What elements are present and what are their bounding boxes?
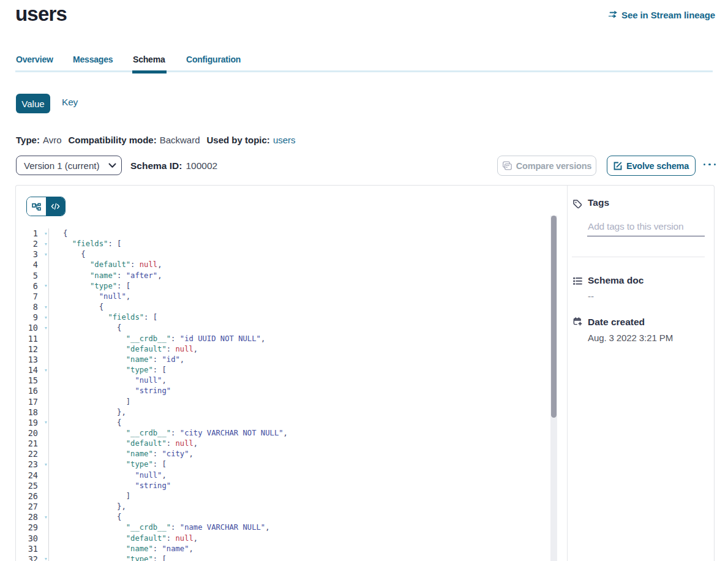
fold-spacer xyxy=(38,355,48,365)
code-text: "type": [ xyxy=(49,554,167,561)
fold-triangle xyxy=(45,285,47,287)
line-number: 3 xyxy=(16,249,38,260)
used-by-topic-link[interactable]: users xyxy=(273,135,296,145)
line-number: 32 xyxy=(16,554,38,561)
code-text: { xyxy=(49,323,122,333)
code-text: "default": null, xyxy=(49,344,198,355)
code-token: "name" xyxy=(126,450,153,458)
code-token: null xyxy=(175,439,193,448)
fold-toggle-icon[interactable] xyxy=(38,418,48,428)
code-line: 19 { xyxy=(16,418,550,428)
editor-gutter: 6 xyxy=(16,281,49,292)
tab-messages[interactable]: Messages xyxy=(73,55,113,64)
line-number: 24 xyxy=(16,470,38,481)
code-token: : xyxy=(167,439,176,448)
code-text: "__crdb__": "city VARCHAR NOT NULL", xyxy=(49,428,288,439)
code-token: : xyxy=(153,544,162,553)
editor-gutter: 32 xyxy=(16,554,49,561)
code-token: { xyxy=(63,229,67,238)
fold-spacer xyxy=(38,334,48,344)
edit-schema-icon xyxy=(614,162,622,170)
fold-triangle xyxy=(45,516,47,519)
fold-toggle-icon[interactable] xyxy=(38,312,48,323)
date-created-value: Aug. 3 2022 3:21 PM xyxy=(588,333,673,343)
editor-scrollbar-thumb[interactable] xyxy=(551,216,557,418)
code-token: "city" xyxy=(162,450,189,458)
fold-toggle-icon[interactable] xyxy=(38,281,48,292)
code-text: "fields": [ xyxy=(49,312,158,323)
fold-toggle-icon[interactable] xyxy=(38,459,48,470)
version-select[interactable]: Version 1 (current) xyxy=(16,156,122,175)
code-text: { xyxy=(49,249,86,260)
editor-gutter: 12 xyxy=(16,344,49,355)
fold-toggle-icon[interactable] xyxy=(38,323,48,333)
code-token: "after" xyxy=(126,271,157,280)
code-token: , xyxy=(126,292,130,301)
code-editor[interactable]: 1{2 "fields": [3 {4 "default": null,5 "n… xyxy=(16,228,550,561)
line-number: 14 xyxy=(16,365,38,375)
tab-overview[interactable]: Overview xyxy=(16,55,53,64)
type-label: Type: xyxy=(16,135,40,145)
line-number: 12 xyxy=(16,344,38,355)
schema-doc-icon xyxy=(572,276,582,286)
compatibility-label: Compatibility mode: xyxy=(68,135,156,145)
line-number: 19 xyxy=(16,418,38,428)
tab-configuration[interactable]: Configuration xyxy=(186,55,241,64)
code-text: { xyxy=(49,418,122,428)
editor-gutter: 30 xyxy=(16,533,49,544)
code-line: 21 "default": null, xyxy=(16,439,550,449)
line-number: 31 xyxy=(16,544,38,554)
editor-gutter: 2 xyxy=(16,239,49,249)
fold-triangle xyxy=(45,558,47,560)
compare-versions-button[interactable]: Compare versions xyxy=(497,156,596,176)
line-number: 26 xyxy=(16,491,38,502)
evolve-schema-button[interactable]: Evolve schema xyxy=(607,156,696,176)
code-token: , xyxy=(157,271,162,280)
fold-toggle-icon[interactable] xyxy=(38,554,48,561)
fold-toggle-icon[interactable] xyxy=(38,239,48,249)
code-line: 1{ xyxy=(16,228,550,239)
editor-gutter: 1 xyxy=(16,228,49,239)
more-actions-button[interactable] xyxy=(701,154,718,175)
code-view-button[interactable] xyxy=(46,197,65,216)
stream-lineage-link[interactable]: See in Stream lineage xyxy=(609,10,715,20)
editor-gutter: 10 xyxy=(16,323,49,333)
code-token: "fields" xyxy=(108,313,144,322)
editor-gutter: 28 xyxy=(16,512,49,522)
editor-scrollbar-track[interactable] xyxy=(550,216,557,561)
code-line: 26 ] xyxy=(16,491,550,502)
tab-schema[interactable]: Schema xyxy=(133,55,165,64)
fold-toggle-icon[interactable] xyxy=(38,249,48,260)
editor-gutter: 31 xyxy=(16,544,49,554)
tags-input[interactable] xyxy=(587,217,705,236)
code-token: : [ xyxy=(153,555,167,561)
code-text: "default": null, xyxy=(49,439,198,449)
editor-gutter: 23 xyxy=(16,459,49,470)
code-token: null xyxy=(175,345,193,353)
code-text: "null", xyxy=(49,292,131,302)
key-schema-tab[interactable]: Key xyxy=(62,96,78,108)
code-line: 28 { xyxy=(16,512,550,522)
editor-gutter: 24 xyxy=(16,470,49,481)
code-token: "type" xyxy=(90,282,117,290)
code-line: 3 { xyxy=(16,249,550,260)
value-schema-tab[interactable]: Value xyxy=(16,94,50,113)
editor-gutter: 14 xyxy=(16,365,49,375)
code-text: "null", xyxy=(49,375,167,386)
fold-toggle-icon[interactable] xyxy=(38,365,48,375)
sidebar-section-divider xyxy=(572,257,705,257)
fold-triangle xyxy=(45,464,47,466)
code-line: 6 "type": [ xyxy=(16,281,550,292)
fold-toggle-icon[interactable] xyxy=(38,302,48,312)
tree-view-button[interactable] xyxy=(27,197,46,216)
fold-toggle-icon[interactable] xyxy=(38,512,48,522)
code-line: 14 "type": [ xyxy=(16,365,550,375)
editor-gutter: 19 xyxy=(16,418,49,428)
line-number: 18 xyxy=(16,407,38,418)
editor-gutter: 18 xyxy=(16,407,49,418)
code-text: "fields": [ xyxy=(49,239,122,249)
fold-toggle-icon[interactable] xyxy=(38,228,48,239)
tree-view-icon xyxy=(32,203,41,211)
code-token: : xyxy=(171,429,180,437)
line-number: 5 xyxy=(16,271,38,281)
